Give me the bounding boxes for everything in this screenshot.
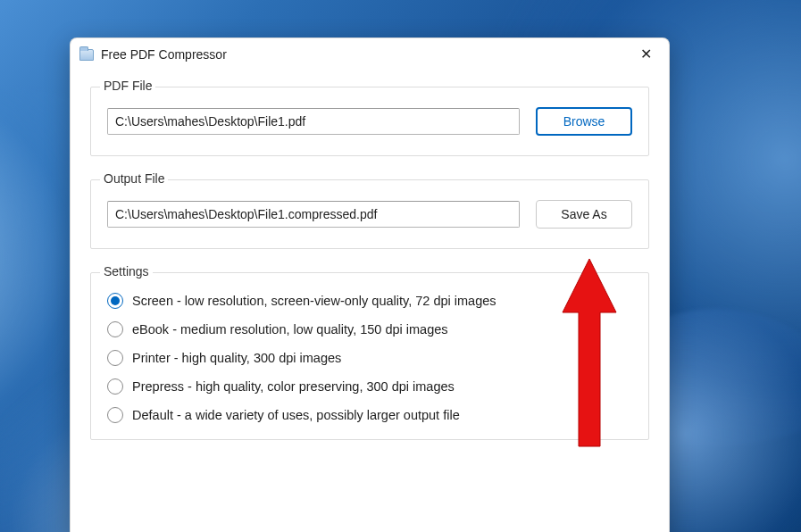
window-title: Free PDF Compressor	[101, 47, 227, 62]
pdf-file-row: Browse	[107, 107, 632, 136]
radio-label: Default - a wide variety of uses, possib…	[132, 408, 460, 422]
radio-dot-icon	[111, 296, 120, 305]
pdf-file-group: PDF File Browse	[90, 87, 649, 156]
radio-icon	[107, 293, 123, 309]
titlebar-left: Free PDF Compressor	[79, 47, 227, 62]
window-content: PDF File Browse Output File Save As Sett…	[71, 71, 669, 440]
settings-group: Settings Screen - low resolution, screen…	[90, 272, 649, 440]
radio-option-default[interactable]: Default - a wide variety of uses, possib…	[107, 407, 632, 423]
radio-option-screen[interactable]: Screen - low resolution, screen-view-onl…	[107, 293, 632, 309]
radio-label: Printer - high quality, 300 dpi images	[132, 351, 341, 365]
radio-label: Screen - low resolution, screen-view-onl…	[132, 294, 496, 308]
save-as-button[interactable]: Save As	[536, 200, 632, 229]
radio-icon	[107, 407, 123, 423]
radio-label: eBook - medium resolution, low quality, …	[132, 322, 448, 337]
close-button[interactable]: ✕	[633, 47, 658, 62]
titlebar: Free PDF Compressor ✕	[71, 38, 669, 71]
radio-icon	[107, 321, 123, 337]
app-window: Free PDF Compressor ✕ PDF File Browse Ou…	[70, 37, 670, 532]
output-file-row: Save As	[107, 200, 632, 229]
output-file-input[interactable]	[107, 201, 520, 228]
settings-group-label: Settings	[100, 264, 153, 278]
radio-option-prepress[interactable]: Prepress - high quality, color preservin…	[107, 378, 632, 395]
radio-label: Prepress - high quality, color preservin…	[132, 379, 455, 394]
pdf-file-group-label: PDF File	[100, 79, 155, 93]
pdf-file-input[interactable]	[107, 108, 520, 135]
radio-option-ebook[interactable]: eBook - medium resolution, low quality, …	[107, 321, 632, 337]
output-file-group: Output File Save As	[90, 179, 649, 249]
folder-icon	[79, 49, 94, 61]
radio-option-printer[interactable]: Printer - high quality, 300 dpi images	[107, 350, 632, 366]
radio-icon	[107, 378, 123, 395]
radio-icon	[107, 350, 123, 366]
browse-button[interactable]: Browse	[536, 107, 632, 136]
settings-radio-list: Screen - low resolution, screen-view-onl…	[107, 293, 632, 423]
output-file-group-label: Output File	[100, 171, 168, 186]
